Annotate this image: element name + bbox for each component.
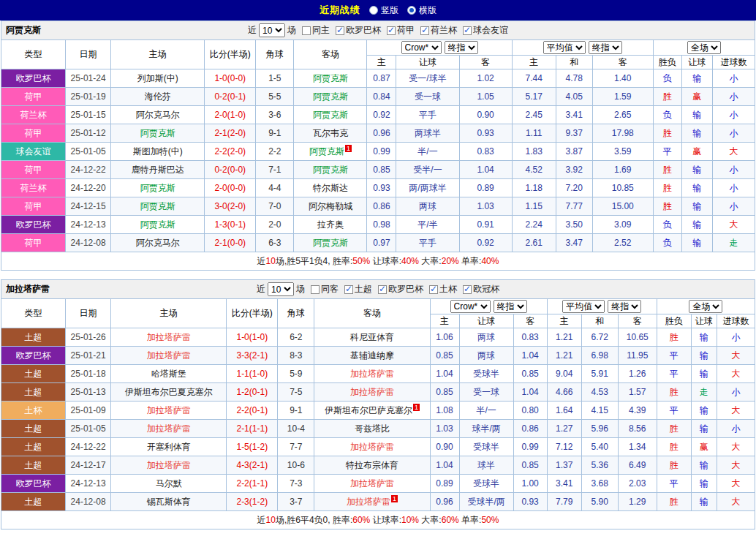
league-checkbox-friendly[interactable]: 球会友谊 — [463, 24, 508, 37]
cell-score[interactable]: 1-1(1-0) — [227, 365, 278, 383]
cell-score[interactable]: 2-2(1-1) — [227, 475, 278, 493]
cell-away-team[interactable]: 基辅迪纳摩 — [314, 347, 430, 365]
checkbox-icon[interactable] — [336, 26, 344, 35]
cell-away-team[interactable]: 拉齐奥 — [294, 216, 367, 234]
league-checkbox-dutch-cup[interactable]: 荷兰杯 — [420, 24, 457, 37]
checkbox-icon[interactable] — [302, 26, 311, 35]
cell-score[interactable]: 0-2(0-1) — [205, 88, 256, 106]
final-odds-select[interactable]: 终指 — [608, 300, 641, 313]
checkbox-icon[interactable] — [378, 285, 387, 294]
cell-away-team[interactable]: 阿贾克斯 — [294, 106, 367, 124]
cell-home-team[interactable]: 阿贾克斯 — [111, 216, 205, 234]
cell-away-team[interactable]: 阿贾克斯 — [294, 69, 367, 88]
cell-home-team[interactable]: 锡瓦斯体育 — [111, 493, 227, 511]
cell-away-team[interactable]: 瓦尔韦克 — [294, 124, 367, 143]
cell-score[interactable]: 1-3(0-1) — [205, 216, 256, 234]
cell-home-team[interactable]: 阿贾克斯 — [111, 179, 205, 197]
cell-home-team[interactable]: 哈塔斯堡 — [111, 365, 227, 383]
cell-away-team[interactable]: 特拉布宗体育 — [314, 456, 430, 475]
cell-home-team[interactable]: 列加斯(中) — [111, 69, 205, 88]
cell-score[interactable]: 2-2(2-0) — [205, 143, 256, 161]
match-row: 荷甲24-12-15阿贾克斯3-0(2-0)7-0阿尔梅勒城0.86两球1.03… — [1, 197, 755, 216]
league-checkbox-champions[interactable]: 欧冠杯 — [463, 283, 499, 295]
checkbox-icon[interactable] — [429, 285, 438, 294]
league-checkbox-eredivisie[interactable]: 荷甲 — [387, 24, 415, 37]
cell-score[interactable]: 2-1(0-0) — [205, 234, 256, 252]
cell-home-team[interactable]: 海伦芬 — [111, 88, 205, 106]
checkbox-icon[interactable] — [387, 26, 396, 35]
cell-away-team[interactable]: 阿贾克斯 — [294, 161, 367, 179]
cell-score[interactable]: 1-5(1-2) — [227, 438, 278, 456]
cell-score[interactable]: 2-1(2-0) — [205, 124, 256, 143]
league-checkbox-super-lig[interactable]: 土超 — [344, 283, 372, 295]
cell-score[interactable]: 3-0(2-0) — [205, 197, 256, 216]
checkbox-icon[interactable] — [420, 26, 429, 35]
bookmaker-select[interactable]: Crow* — [450, 300, 491, 313]
cell-score[interactable]: 1-0(1-0) — [227, 328, 278, 347]
cell-score[interactable]: 2-3(1-2) — [227, 493, 278, 511]
final-odds-select[interactable]: 终指 — [445, 41, 478, 54]
average-select[interactable]: 平均值 — [562, 300, 605, 313]
cell-home-team[interactable]: 马尔默 — [111, 475, 227, 493]
cell-score[interactable]: 2-0(1-0) — [205, 106, 256, 124]
cell-away-team[interactable]: 哥兹塔比 — [314, 420, 430, 438]
cell-score[interactable]: 4-3(2-1) — [227, 456, 278, 475]
cell-home-team[interactable]: 开塞利体育 — [111, 438, 227, 456]
cell-score[interactable]: 0-2(0-0) — [205, 161, 256, 179]
cell-score[interactable]: 2-0(0-0) — [205, 179, 256, 197]
checkbox-icon[interactable] — [463, 26, 472, 35]
final-odds-select[interactable]: 终指 — [589, 41, 622, 54]
cell-home-team[interactable]: 加拉塔萨雷 — [111, 402, 227, 420]
cell-home-team[interactable]: 加拉塔萨雷 — [111, 456, 227, 475]
cell-away-team[interactable]: 加拉塔萨雷 — [314, 475, 430, 493]
bookmaker-select[interactable]: Crow* — [401, 41, 442, 54]
radio-icon[interactable] — [369, 6, 378, 15]
radio-icon[interactable] — [407, 6, 416, 15]
scope-select[interactable]: 全场 — [689, 300, 722, 313]
cell-away-team[interactable]: 加拉塔萨雷1 — [314, 493, 430, 511]
cell-away-team[interactable]: 阿贾克斯1 — [294, 143, 367, 161]
match-count-select[interactable]: 10 — [268, 282, 294, 296]
cell-score[interactable]: 2-2(0-1) — [227, 402, 278, 420]
cell-home-team[interactable]: 阿贾克斯 — [111, 124, 205, 143]
scope-select[interactable]: 全场 — [687, 41, 721, 54]
cell-away-team[interactable]: 伊斯坦布尔巴萨克塞尔1 — [314, 402, 430, 420]
checkbox-icon[interactable] — [311, 285, 320, 294]
cell-score[interactable]: 2-1(1-1) — [227, 420, 278, 438]
cell-away-team[interactable]: 阿贾克斯 — [294, 88, 367, 106]
cell-score[interactable]: 1-2(0-1) — [227, 383, 278, 402]
layout-radio-vertical[interactable]: 竖版 — [369, 4, 398, 17]
cell-score[interactable]: 1-0(0-0) — [205, 69, 256, 88]
layout-radio-horizontal[interactable]: 横版 — [407, 4, 436, 17]
cell-away-team[interactable]: 特尔斯达 — [294, 179, 367, 197]
cell-home-team[interactable]: 加拉塔萨雷 — [111, 328, 227, 347]
cell-score[interactable]: 3-3(2-1) — [227, 347, 278, 365]
same-venue-checkbox[interactable]: 同客 — [311, 283, 339, 295]
summary-row: 近10场,胜6平4负0, 胜率:60% 让球率:10% 大率:60% 单率:50… — [1, 511, 755, 529]
same-venue-checkbox[interactable]: 同主 — [302, 24, 330, 37]
checkbox-icon[interactable] — [344, 285, 353, 294]
cell-away-team[interactable]: 加拉塔萨雷 — [314, 438, 430, 456]
cell-home-team[interactable]: 阿尔克马尔 — [111, 234, 205, 252]
cell-away-team[interactable]: 加拉塔萨雷 — [314, 365, 430, 383]
final-odds-select[interactable]: 终指 — [494, 300, 527, 313]
cell-away-team[interactable]: 阿贾克斯 — [294, 234, 367, 252]
checkbox-icon[interactable] — [463, 285, 472, 294]
cell-home-team[interactable]: 阿尔克马尔 — [111, 106, 205, 124]
cell-home-team[interactable]: 加拉塔萨雷 — [111, 420, 227, 438]
cell-away-team[interactable]: 阿尔梅勒城 — [294, 197, 367, 216]
cell-home-team[interactable]: 鹿特丹斯巴达 — [111, 161, 205, 179]
cell-result-goals: 小 — [712, 106, 755, 124]
match-count-select[interactable]: 10 — [259, 23, 285, 37]
cell-home-team[interactable]: 加拉塔萨雷 — [111, 347, 227, 365]
league-checkbox-europa[interactable]: 欧罗巴杯 — [336, 24, 381, 37]
cell-home-team[interactable]: 斯图加特(中) — [111, 143, 205, 161]
cell-away-team[interactable]: 加拉塔萨雷 — [314, 383, 430, 402]
cell-league-type: 荷甲 — [1, 88, 66, 106]
cell-home-team[interactable]: 阿贾克斯 — [111, 197, 205, 216]
cell-away-team[interactable]: 科尼亚体育 — [314, 328, 430, 347]
average-select[interactable]: 平均值 — [543, 41, 586, 54]
league-checkbox-turkish-cup[interactable]: 土杯 — [429, 283, 457, 295]
league-checkbox-europa[interactable]: 欧罗巴杯 — [378, 283, 423, 295]
cell-home-team[interactable]: 伊斯坦布尔巴夏克塞尔 — [111, 383, 227, 402]
